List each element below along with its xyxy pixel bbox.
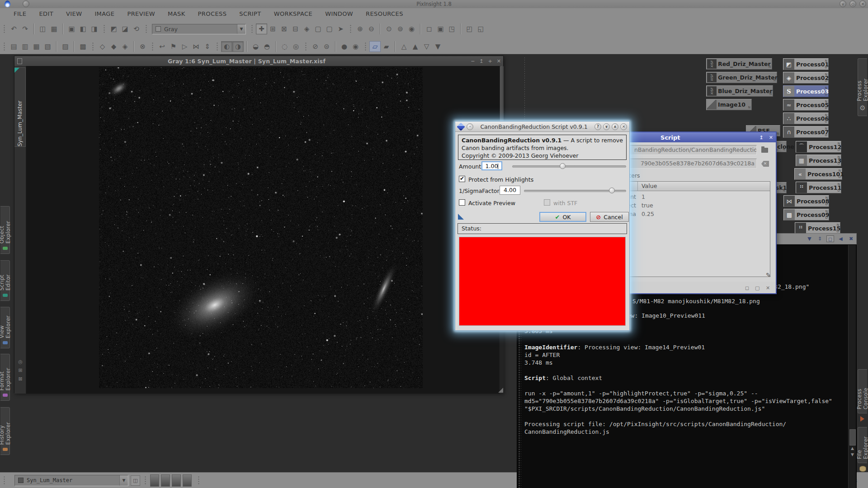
fit-view-icon[interactable]: ◱: [475, 23, 486, 34]
close-dock-icon[interactable]: ✖: [847, 235, 855, 242]
chevron-down-icon[interactable]: ▼: [237, 24, 245, 34]
process-icon-process13[interactable]: ▦Process13ND: [796, 155, 841, 166]
menu-script[interactable]: SCRIPT: [233, 10, 267, 17]
dialog-close-button[interactable]: ✕: [620, 123, 627, 130]
icon-list-icon[interactable]: ◈: [119, 41, 131, 52]
menu-resources[interactable]: RESOURCES: [359, 10, 410, 17]
restore-button[interactable]: ◇: [849, 0, 856, 7]
new-tab-icon[interactable]: ▢: [312, 23, 324, 34]
panel-tab-file-explorer[interactable]: File Explorer: [858, 427, 867, 463]
workspace-2-icon[interactable]: ▲: [410, 41, 421, 52]
canon-banding-dialog[interactable]: · CanonBandingReduction Script v0.9.1 ? …: [455, 121, 630, 331]
select-preview-icon[interactable]: ▣: [435, 23, 446, 34]
container-save-icon[interactable]: ▨: [60, 41, 71, 52]
toolbar-drag-handle[interactable]: [3, 24, 5, 34]
view-mode-button[interactable]: ◫: [131, 475, 140, 486]
menu-view[interactable]: VIEW: [60, 10, 88, 17]
float-dock-icon[interactable]: ◻: [826, 235, 834, 242]
process-icon-process06[interactable]: ∴Process06ND: [783, 113, 829, 124]
toolbar-drag-handle[interactable]: [304, 42, 307, 52]
panel-tab-process-console[interactable]: Process Console: [858, 369, 867, 413]
apply-icon[interactable]: ▷: [179, 41, 190, 52]
process-icon-process09[interactable]: ▩Process09ND: [783, 209, 829, 221]
process-icon-process11[interactable]: ⠛Process11ND: [796, 182, 841, 193]
menu-preview[interactable]: PREVIEW: [121, 10, 161, 17]
pan-mode-icon[interactable]: ⊟: [290, 23, 301, 34]
desktop-icon-red_driz_master[interactable]: XISFRed_Driz_MasterN: [706, 58, 772, 70]
mask-show-icon[interactable]: ◐: [221, 41, 232, 52]
zoom-to-fit-icon[interactable]: ⊚: [395, 23, 406, 34]
process-history-icon[interactable]: ▤: [8, 41, 19, 52]
workspace-4-icon[interactable]: ▼: [432, 41, 443, 52]
workspace-thumbnail[interactable]: [172, 474, 181, 487]
process-save-icon[interactable]: ▦: [31, 41, 42, 52]
menu-workspace[interactable]: WORKSPACE: [268, 10, 319, 17]
gamut-icon[interactable]: ◉: [350, 41, 361, 52]
mask-invert-icon[interactable]: ◑: [232, 41, 244, 52]
ok-button[interactable]: ✔OK: [539, 212, 586, 222]
edit-script-icon[interactable]: ✎: [766, 272, 771, 279]
image-canvas[interactable]: [26, 66, 499, 394]
menu-mask[interactable]: MASK: [161, 10, 192, 17]
activate-preview-checkbox[interactable]: [459, 199, 465, 206]
workspace-thumbnail[interactable]: [150, 474, 159, 487]
mask-enable-icon[interactable]: ◒: [250, 41, 261, 52]
console-scrollbar[interactable]: ▲ ▼: [848, 245, 856, 488]
console-show-icon[interactable]: ▰: [381, 41, 392, 52]
sidebar-tab-script-editor[interactable]: Script Editor: [0, 260, 10, 301]
stf-icon[interactable]: ◩: [108, 23, 119, 34]
zoom-in-icon[interactable]: ⊕: [354, 23, 366, 34]
menu-process[interactable]: PROCESS: [192, 10, 233, 17]
icon-history-icon[interactable]: ◇: [97, 41, 108, 52]
stf-reset-icon[interactable]: ⟲: [131, 23, 142, 34]
zoom-out-icon[interactable]: ⊖: [366, 23, 377, 34]
script-editor-icon[interactable]: ▱: [369, 41, 381, 52]
menu-edit[interactable]: EDIT: [33, 10, 60, 17]
image-window-titlebar[interactable]: Gray 1:6 Syn_Lum_Master | Syn_Lum_Master…: [14, 56, 503, 66]
process-icon-process07[interactable]: ∩Process07ND: [783, 126, 829, 138]
toolbar-drag-handle[interactable]: [145, 24, 147, 34]
drag-handle[interactable]: [3, 475, 5, 485]
process-icon-process05[interactable]: ≈Process05ND: [783, 99, 829, 111]
resize-dock-icon[interactable]: ⇕: [816, 235, 824, 242]
toolbar-drag-handle[interactable]: [3, 42, 5, 52]
process-icon-process15[interactable]: ⠛Process15ND: [795, 222, 840, 234]
dialog-help-button[interactable]: ?: [594, 123, 601, 130]
toolbar-drag-handle[interactable]: [349, 24, 352, 34]
script-close-icon[interactable]: ✕: [769, 135, 773, 141]
new-preview-icon[interactable]: ▣: [66, 23, 77, 34]
image-close-icon[interactable]: ✕: [497, 58, 501, 64]
mirror-horizontal-icon[interactable]: ⋈: [190, 41, 202, 52]
gear-icon[interactable]: ⚙: [859, 104, 865, 112]
image-minimize-icon[interactable]: −: [471, 58, 475, 64]
center-image-icon[interactable]: ◈: [301, 23, 312, 34]
dialog-shade-button[interactable]: ∨: [603, 123, 610, 130]
desktop-icon-blue_driz_master[interactable]: XISFBlue_Driz_MasterN: [706, 85, 773, 97]
pointer-mode-icon[interactable]: ➤: [335, 23, 346, 34]
console-scrollbar-thumb[interactable]: [849, 429, 856, 446]
mask-select-icon[interactable]: ◓: [261, 41, 273, 52]
preview-mode2-icon[interactable]: ◨: [89, 23, 100, 34]
toolbar-drag-handle[interactable]: [91, 42, 94, 52]
toolbar-drag-handle[interactable]: [103, 24, 105, 34]
process-icon-process12[interactable]: ⌒Process12ND: [796, 141, 841, 153]
channel-selector-combo[interactable]: Gray▼: [152, 24, 246, 34]
shrink-dock-icon[interactable]: ◀: [837, 235, 844, 242]
image-resize-grip[interactable]: [498, 388, 503, 393]
process-icon-process08[interactable]: ⋈Process08ND: [783, 195, 829, 207]
workspace-thumbnail[interactable]: [161, 474, 170, 487]
image-window[interactable]: Gray 1:6 Syn_Lum_Master | Syn_Lum_Master…: [14, 56, 504, 393]
minimize-button[interactable]: ∨: [840, 0, 846, 7]
workspace-1-icon[interactable]: △: [398, 41, 410, 52]
browse-folder-icon[interactable]: [761, 148, 768, 153]
process-icon-process02[interactable]: ◈Process02ND: [783, 72, 829, 84]
toolbar-drag-handle[interactable]: [216, 42, 218, 52]
close-button[interactable]: ✕: [859, 0, 866, 7]
mask-remove-icon[interactable]: ◌: [279, 41, 290, 52]
amount-slider-handle[interactable]: [560, 163, 566, 169]
revert-icon[interactable]: ↩: [156, 41, 168, 52]
sidebar-tab-view-explorer[interactable]: View Explorer: [0, 307, 10, 348]
dialog-unshade-button[interactable]: ∧: [612, 123, 618, 130]
image-shade-icon[interactable]: ↥: [479, 58, 483, 64]
select-region-icon[interactable]: ◻: [424, 23, 435, 34]
